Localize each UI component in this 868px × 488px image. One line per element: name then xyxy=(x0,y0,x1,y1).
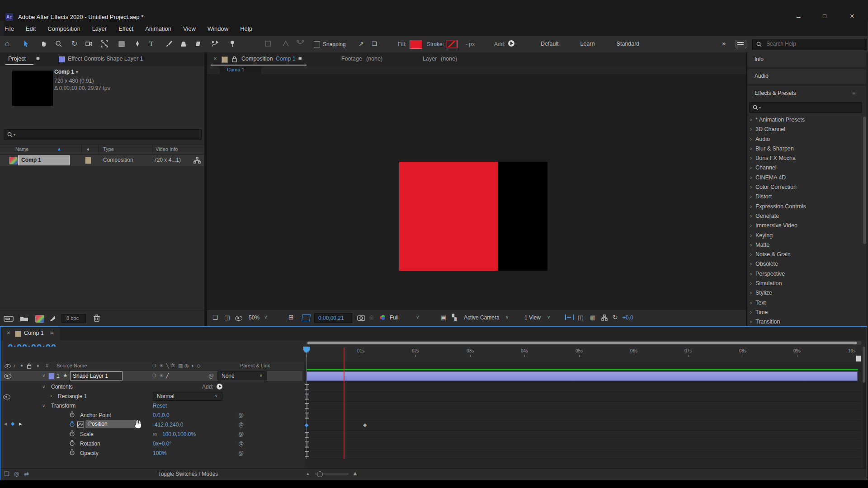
project-search-field[interactable]: ▾ xyxy=(4,129,202,140)
workspace-tab[interactable]: Default xyxy=(541,41,559,47)
flowchart-icon[interactable] xyxy=(193,157,201,164)
zoom-in-mountain-icon[interactable]: ▲ xyxy=(352,470,358,477)
rotation-value[interactable]: 0x+0.0° xyxy=(153,441,171,447)
expand-layer-switches-icon[interactable]: ❏ xyxy=(4,470,9,477)
view-camera-value[interactable]: Active Camera xyxy=(464,314,500,321)
effects-category-row[interactable]: ›Simulation xyxy=(747,279,863,288)
workspace-tab[interactable]: Learn xyxy=(580,41,595,47)
expand-chevron-icon[interactable]: › xyxy=(750,155,752,161)
maximize-button[interactable]: □ xyxy=(823,13,826,19)
source-name-column[interactable]: Source Name xyxy=(57,363,87,368)
layer-shy-switch[interactable]: ❍ xyxy=(152,373,156,379)
expand-chevron-icon[interactable]: › xyxy=(750,126,752,132)
trash-icon[interactable] xyxy=(93,314,100,322)
anchor-point-label[interactable]: Anchor Point xyxy=(80,412,111,418)
column-name[interactable]: Name xyxy=(15,146,28,152)
effects-category-row[interactable]: ›Generate xyxy=(747,211,863,221)
viewer-panel-menu-icon[interactable]: ≡ xyxy=(298,55,302,62)
layer-duration-bar[interactable] xyxy=(307,371,858,381)
home-tool-icon[interactable]: ⌂ xyxy=(5,39,9,48)
opacity-pickwhip-icon[interactable]: @ xyxy=(238,450,244,456)
menu-item[interactable]: Effect xyxy=(118,25,134,32)
anchor-stopwatch-icon[interactable] xyxy=(69,411,75,418)
anchor-pickwhip-icon[interactable]: @ xyxy=(238,412,244,418)
channel-rgb-icon[interactable] xyxy=(380,315,386,320)
layer-rasterize-switch[interactable]: ✳ xyxy=(159,373,163,379)
footage-tab-label[interactable]: Footage xyxy=(341,56,362,62)
expand-chevron-icon[interactable]: › xyxy=(750,280,752,286)
fill-color-swatch[interactable] xyxy=(410,40,422,49)
camera-tool-icon[interactable] xyxy=(85,41,93,48)
stroke-width-value[interactable]: - px xyxy=(466,41,475,47)
menu-item[interactable]: Animation xyxy=(144,25,172,32)
effects-category-row[interactable]: ›Color Correction xyxy=(747,183,863,192)
effects-category-row[interactable]: ›Stylize xyxy=(747,288,863,298)
snapping-label[interactable]: Snapping xyxy=(323,41,346,47)
zoom-tool-icon[interactable] xyxy=(55,40,62,47)
scale-value[interactable]: 100.0,100.0% xyxy=(162,431,196,437)
project-panel-menu-icon[interactable]: ≡ xyxy=(36,55,40,62)
timeline-tab-label[interactable]: Comp 1 xyxy=(24,330,44,336)
opacity-value[interactable]: 100% xyxy=(153,450,167,456)
parent-dropdown[interactable]: None ∨ xyxy=(217,371,267,380)
viewer-subtab[interactable]: Comp 1 xyxy=(220,66,261,74)
exposure-value[interactable]: +0.0 xyxy=(623,314,633,321)
menu-item[interactable]: File xyxy=(4,25,15,32)
expand-chevron-icon[interactable]: › xyxy=(750,145,752,152)
fill-label[interactable]: Fill: xyxy=(398,41,406,47)
rotate-tool-icon[interactable]: ↻ xyxy=(71,39,77,48)
effects-category-row[interactable]: ›Immersive Video xyxy=(747,221,863,230)
expand-chevron-icon[interactable]: › xyxy=(750,184,752,190)
pan-behind-tool-icon[interactable] xyxy=(101,40,108,47)
effects-category-row[interactable]: ›Blur & Sharpen xyxy=(747,144,863,154)
magnification-value[interactable]: 50% xyxy=(249,314,259,321)
stroke-label[interactable]: Stroke: xyxy=(427,41,444,47)
effects-category-row[interactable]: ›Expression Controls xyxy=(747,202,863,211)
layer-tab-label[interactable]: Layer xyxy=(423,56,437,62)
viewer-tab-close-icon[interactable]: × xyxy=(213,55,217,62)
timeline-button-icon[interactable]: ▥ xyxy=(590,314,595,321)
rectangle-visibility-eye-icon[interactable] xyxy=(3,394,10,399)
effects-category-row[interactable]: ›Perspective xyxy=(747,269,863,279)
expand-chevron-icon[interactable]: › xyxy=(750,222,752,229)
scale-label[interactable]: Scale xyxy=(80,431,94,437)
new-folder-icon[interactable] xyxy=(20,315,29,322)
opacity-label[interactable]: Opacity xyxy=(80,450,99,456)
project-tab[interactable]: Project xyxy=(8,56,26,62)
expand-chevron-icon[interactable]: › xyxy=(750,213,752,219)
scale-link-icon[interactable]: ∞ xyxy=(153,431,157,437)
label-color-swatch[interactable] xyxy=(85,157,91,164)
project-row-name-cell[interactable]: Comp 1 xyxy=(18,155,70,165)
snap-arrow-icon[interactable]: ↗ xyxy=(359,40,364,47)
keyframe-nav-left[interactable]: ◀ xyxy=(4,422,7,426)
blend-mode-dropdown[interactable]: Normal ∨ xyxy=(153,392,222,401)
timeline-ruler[interactable]: 0s01s02s03s04s05s06s07s08s09s10s xyxy=(0,347,867,362)
timeline-panel-menu-icon[interactable]: ≡ xyxy=(50,329,54,336)
column-type[interactable]: Type xyxy=(103,146,114,152)
effects-category-row[interactable]: ›* Animation Presets xyxy=(747,115,863,125)
opacity-stopwatch-icon[interactable] xyxy=(69,449,75,456)
puppet-pin-tool-icon[interactable] xyxy=(229,40,236,47)
expand-chevron-icon[interactable]: › xyxy=(750,319,752,325)
add-label[interactable]: Add: xyxy=(494,41,505,47)
pen-tool-icon[interactable] xyxy=(134,40,141,47)
expand-inout-icon[interactable]: ⇄ xyxy=(24,470,29,477)
primary-viewer-icon[interactable]: ◫ xyxy=(224,314,230,321)
transform-label[interactable]: Transform xyxy=(51,403,75,409)
rectangle-expand-chevron[interactable]: › xyxy=(50,393,52,399)
scale-pickwhip-icon[interactable]: @ xyxy=(238,431,244,437)
lock-open-icon[interactable] xyxy=(231,56,237,62)
workspace-switcher-icon[interactable] xyxy=(736,40,746,48)
column-video-info[interactable]: Video Info xyxy=(156,146,178,152)
effects-category-row[interactable]: ›Obsolete xyxy=(747,259,863,269)
magnification-caret[interactable]: ∨ xyxy=(264,314,267,319)
position-label-highlight[interactable]: Position xyxy=(85,420,137,428)
fast-previews-icon[interactable]: ◫ xyxy=(578,314,583,321)
search-help-box[interactable] xyxy=(752,39,867,50)
effects-category-row[interactable]: ›3D Channel xyxy=(747,125,863,134)
layer-expand-chevron[interactable]: ∨ xyxy=(42,373,45,378)
view-camera-caret[interactable]: ∨ xyxy=(505,314,509,319)
rotation-label[interactable]: Rotation xyxy=(80,441,100,447)
comp-flowchart-icon[interactable] xyxy=(601,314,608,321)
expand-chevron-icon[interactable]: › xyxy=(750,309,752,315)
